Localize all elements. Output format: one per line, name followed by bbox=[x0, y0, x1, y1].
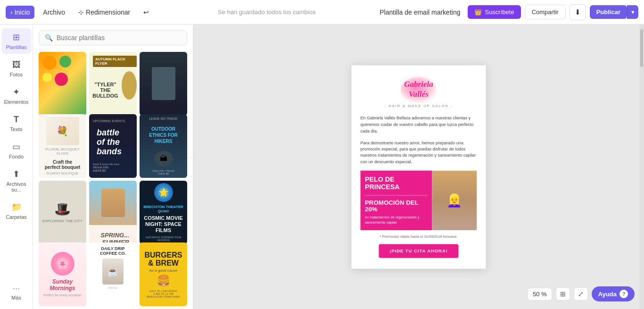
search-input-wrap: 🔍 bbox=[39, 30, 187, 45]
elementos-icon: ✦ bbox=[11, 87, 22, 97]
share-label: Compartir bbox=[532, 8, 559, 16]
template-card-dark[interactable] bbox=[140, 52, 187, 116]
undo-icon: ↩ bbox=[143, 8, 149, 16]
promo-sub: PROMOCIÓN DEL 20% en tratamientos de reg… bbox=[365, 195, 428, 225]
home-button[interactable]: ‹ Inicio bbox=[6, 6, 34, 19]
undo-button[interactable]: ↩ bbox=[139, 6, 154, 19]
hat-icon: 🎩 bbox=[54, 201, 71, 217]
outdoor-text: OUTDOOR ETHICS FOR HIKERS bbox=[142, 122, 184, 148]
template-card-cosmic[interactable]: 🌟 BRECHTON THEATER QUAD COSMIC MOVIENIGH… bbox=[140, 181, 187, 244]
texto-icon: T bbox=[11, 114, 22, 125]
promo-right-image: 👱‍♀️ bbox=[432, 170, 477, 230]
share-button[interactable]: Compartir bbox=[525, 5, 566, 19]
publish-group: Publicar ▾ bbox=[590, 5, 638, 19]
fullscreen-button[interactable]: ⤢ bbox=[574, 287, 588, 301]
template-card-burgers[interactable]: BURGERS& BREW for a good cause 🍔 JULY 15… bbox=[140, 242, 187, 306]
spring-text: SPRING...SUMMER bbox=[93, 228, 133, 244]
templates-grid: AUTUMN FLACK FLYER "TYLER" THE BULLDOG 💐… bbox=[33, 49, 193, 309]
cta-button[interactable]: ¡PIDE TU CITA AHORA! bbox=[379, 244, 458, 258]
top-navigation: ‹ Inicio Archivo ⊹ Redimensionar ↩ Se ha… bbox=[0, 0, 644, 25]
email-canvas: Gabriela Vallés - HAIR & MAKE UP SALON -… bbox=[352, 65, 486, 268]
logo-watercolor: Gabriela Vallés bbox=[401, 76, 437, 103]
template-card-coffee[interactable]: DAILY DRIPCOFFEE CO. ☕ Visit us bbox=[89, 242, 137, 306]
resize-label: Redimensionar bbox=[86, 8, 130, 16]
craft-title: Craft the bbox=[53, 159, 72, 165]
resize-button[interactable]: ⊹ Redimensionar bbox=[74, 6, 135, 19]
battle-text: battle of the bands bbox=[93, 125, 133, 160]
promo-section: PELO DE PRINCESA PROMOCIÓN DEL 20% en tr… bbox=[361, 170, 477, 230]
grid-view-button[interactable]: ⊞ bbox=[556, 287, 570, 301]
logo-tagline: - HAIR & MAKE UP SALON - bbox=[385, 104, 453, 108]
cta-label: ¡PIDE TU CITA AHORA! bbox=[389, 248, 448, 253]
hair-model-image: 👱‍♀️ bbox=[432, 170, 477, 230]
sidebar-item-plantillas[interactable]: ⊞ Plantillas bbox=[1, 28, 32, 54]
template-card-craft[interactable]: 💐 FLORAL BOUQUET FLYER Craft the perfect… bbox=[39, 114, 86, 178]
template-type-label: Plantilla de email marketing bbox=[380, 8, 460, 16]
zoom-display: 50 % bbox=[528, 288, 552, 301]
canvas-area: Gabriela Vallés - HAIR & MAKE UP SALON -… bbox=[193, 25, 644, 309]
burgers-text: BURGERS& BREW bbox=[144, 251, 182, 267]
sidebar-more-button[interactable]: ··· Más bbox=[7, 279, 26, 305]
collapse-panel-button[interactable]: ‹ bbox=[190, 158, 193, 176]
icon-sidebar: ⊞ Plantillas 🖼 Fotos ✦ Elementos T Texto… bbox=[0, 25, 33, 309]
cosmic-text: BRECHTON THEATER QUAD bbox=[140, 205, 187, 213]
sidebar-item-carpetas-label: Carpetas bbox=[6, 214, 27, 220]
search-icon: 🔍 bbox=[45, 34, 53, 42]
help-label: Ayuda bbox=[598, 291, 617, 298]
promo-left: PELO DE PRINCESA PROMOCIÓN DEL 20% en tr… bbox=[361, 170, 432, 230]
template-card-sunday[interactable]: 🌸 SundayMornings Perfect for every occas… bbox=[39, 242, 86, 306]
templates-panel: 🔍 AUTUMN FLACK FLYER "TYLER" THE BULLDOG bbox=[33, 25, 193, 309]
right-scrollbar[interactable] bbox=[639, 25, 644, 309]
sidebar-item-archivos[interactable]: ⬆ Archivos su... bbox=[1, 165, 32, 196]
template-card-spring[interactable]: SPRING...SUMMER bbox=[89, 181, 137, 244]
search-bar: 🔍 bbox=[33, 25, 193, 49]
chevron-left-icon: ‹ bbox=[10, 8, 13, 16]
sidebar-item-texto[interactable]: T Texto bbox=[1, 110, 32, 136]
home-label: Inicio bbox=[15, 8, 30, 16]
fotos-icon: 🖼 bbox=[11, 59, 22, 70]
sidebar-item-fondo[interactable]: ▭ Fondo bbox=[1, 138, 32, 163]
subscribe-button[interactable]: 👑 Suscríbete bbox=[468, 5, 520, 19]
help-button[interactable]: Ayuda ? bbox=[592, 286, 635, 301]
scrollbar-track bbox=[639, 25, 644, 309]
archivos-icon: ⬆ bbox=[11, 169, 22, 179]
promo-note: * Promoción válida hasta el 31/09/2018 i… bbox=[380, 234, 458, 239]
sidebar-item-elementos-label: Elementos bbox=[4, 99, 29, 105]
sidebar-item-plantillas-label: Plantillas bbox=[6, 44, 26, 50]
sidebar-item-elementos[interactable]: ✦ Elementos bbox=[1, 83, 32, 109]
template-card-hat[interactable]: 🎩 EXPLORING THE CITY bbox=[39, 181, 86, 244]
template-card-tyler[interactable]: AUTUMN FLACK FLYER "TYLER" THE BULLDOG bbox=[89, 52, 137, 116]
salon-logo-area: Gabriela Vallés - HAIR & MAKE UP SALON - bbox=[385, 76, 453, 108]
publish-button[interactable]: Publicar bbox=[590, 5, 627, 19]
logo-name: Gabriela Vallés bbox=[401, 80, 437, 99]
sidebar-item-fotos[interactable]: 🖼 Fotos bbox=[1, 56, 32, 81]
nav-right-actions: 👑 Suscríbete Compartir ⬇ Publicar ▾ bbox=[468, 4, 638, 20]
crown-icon: 👑 bbox=[474, 8, 482, 16]
promo-percent: PROMOCIÓN DEL 20% bbox=[365, 199, 428, 213]
zoom-value: 50 % bbox=[533, 291, 547, 298]
publish-dropdown-button[interactable]: ▾ bbox=[627, 5, 638, 19]
sunday-text: SundayMornings bbox=[50, 278, 75, 292]
chevron-down-icon: ▾ bbox=[631, 8, 635, 16]
subscribe-label: Suscríbete bbox=[485, 8, 514, 16]
fondo-icon: ▭ bbox=[11, 142, 22, 152]
template-card-flowers[interactable] bbox=[39, 52, 86, 116]
sidebar-item-carpetas[interactable]: 📁 Carpetas bbox=[1, 198, 32, 224]
download-button[interactable]: ⬇ bbox=[570, 4, 586, 20]
template-card-battle[interactable]: UPCOMING EVENTS battle of the bands Date… bbox=[89, 114, 137, 178]
file-label: Archivo bbox=[43, 8, 65, 16]
bottom-bar: 50 % ⊞ ⤢ Ayuda ? bbox=[528, 286, 635, 301]
file-button[interactable]: Archivo bbox=[38, 6, 70, 19]
coffee-text: DAILY DRIPCOFFEE CO. bbox=[100, 246, 126, 256]
main-layout: ⊞ Plantillas 🖼 Fotos ✦ Elementos T Texto… bbox=[0, 25, 644, 309]
search-input[interactable] bbox=[57, 34, 181, 42]
template-card-outdoor[interactable]: LEAVE NO TRACE OUTDOOR ETHICS FOR HIKERS… bbox=[140, 114, 187, 178]
scrollbar-thumb[interactable] bbox=[640, 29, 643, 67]
sidebar-item-archivos-label: Archivos su... bbox=[4, 181, 29, 192]
publish-label: Publicar bbox=[596, 8, 620, 16]
promo-title: PELO DE PRINCESA bbox=[365, 175, 428, 190]
promo-desc: en tratamientos de regeneración y saneam… bbox=[365, 215, 428, 225]
sidebar-item-texto-label: Texto bbox=[10, 126, 22, 132]
help-icon: ? bbox=[619, 290, 628, 298]
cosmic-title: COSMIC MOVIENIGHT: SPACE FILMS bbox=[140, 215, 187, 234]
